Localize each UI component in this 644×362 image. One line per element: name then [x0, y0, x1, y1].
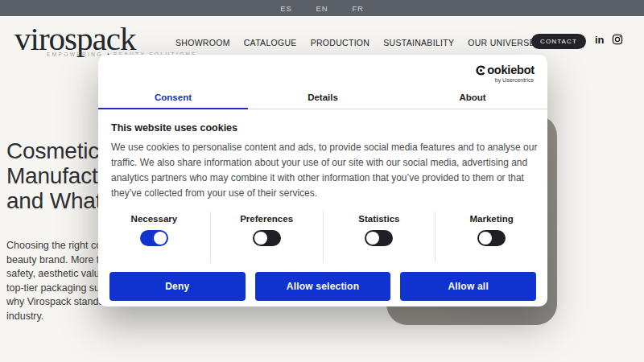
social-links: in	[595, 34, 623, 45]
main-nav: SHOWROOM CATALOGUE PRODUCTION SUSTAINABI…	[175, 38, 576, 47]
cookiebot-c-icon	[476, 65, 486, 76]
page-title: Cosmetic Manufact and What	[6, 138, 101, 213]
marketing-toggle[interactable]	[477, 230, 506, 246]
nav-item-our-universe[interactable]: OUR UNIVERSE	[468, 38, 535, 47]
consent-buttons: Deny Allow selection Allow all	[98, 272, 547, 301]
cookie-tabs: Consent Details About	[98, 85, 547, 109]
virospack-logo[interactable]: virospack	[14, 23, 135, 56]
language-bar: ES EN FR	[0, 0, 644, 16]
cookiebot-brand-row: ookiebot by Usercentrics	[98, 55, 547, 83]
deny-button[interactable]: Deny	[109, 272, 246, 301]
paragraph-line: industry.	[6, 310, 117, 324]
category-label: Necessary	[131, 214, 178, 224]
category-necessary: Necessary	[98, 212, 210, 262]
category-preferences: Preferences	[210, 212, 323, 262]
cookiebot-logo: ookiebot by Usercentrics	[476, 64, 535, 83]
toggle-knob	[479, 232, 492, 245]
category-label: Marketing	[469, 214, 513, 224]
toggle-knob	[366, 232, 379, 245]
cookie-dialog-description: We use cookies to personalise content an…	[111, 140, 541, 201]
category-marketing: Marketing	[435, 212, 547, 262]
toggle-knob	[154, 232, 167, 245]
lang-fr[interactable]: FR	[352, 4, 363, 13]
category-statistics: Statistics	[323, 212, 436, 262]
nav-item-sustainability[interactable]: SUSTAINABILITY	[383, 38, 454, 47]
lang-es[interactable]: ES	[280, 4, 291, 13]
cookiebot-byline: by Usercentrics	[495, 77, 535, 83]
instagram-icon[interactable]	[612, 34, 623, 45]
toggle-knob	[254, 232, 267, 245]
page-title-line: Cosmetic	[6, 138, 101, 163]
page-title-line: Manufact	[6, 163, 101, 188]
allow-selection-button[interactable]: Allow selection	[255, 272, 391, 301]
cookiebot-wordmark: ookiebot	[476, 64, 535, 76]
lang-en[interactable]: EN	[316, 4, 328, 13]
nav-item-catalogue[interactable]: CATALOGUE	[244, 38, 297, 47]
category-label: Preferences	[240, 214, 293, 224]
page-title-line: and What	[6, 188, 101, 213]
cookiebot-name-text: ookiebot	[487, 64, 535, 76]
tab-consent[interactable]: Consent	[98, 85, 248, 109]
cookie-consent-dialog: ookiebot by Usercentrics Consent Details…	[98, 55, 547, 306]
tab-about[interactable]: About	[398, 85, 547, 109]
nav-item-showroom[interactable]: SHOWROOM	[175, 38, 230, 47]
tagline-left: EMPOWERING	[47, 51, 103, 57]
allow-all-button[interactable]: Allow all	[400, 272, 536, 301]
contact-button[interactable]: CONTACT	[531, 34, 586, 49]
category-label: Statistics	[358, 214, 399, 224]
statistics-toggle[interactable]	[365, 230, 393, 246]
preferences-toggle[interactable]	[253, 230, 281, 246]
necessary-toggle[interactable]	[140, 230, 168, 246]
cookie-dialog-body: This website uses cookies We use cookies…	[98, 109, 547, 201]
tab-details[interactable]: Details	[248, 85, 398, 109]
linkedin-icon[interactable]: in	[595, 35, 605, 45]
consent-categories: Necessary Preferences Statistics Marketi…	[98, 212, 547, 262]
cookie-dialog-title: This website uses cookies	[111, 122, 535, 134]
nav-item-production[interactable]: PRODUCTION	[311, 38, 370, 47]
